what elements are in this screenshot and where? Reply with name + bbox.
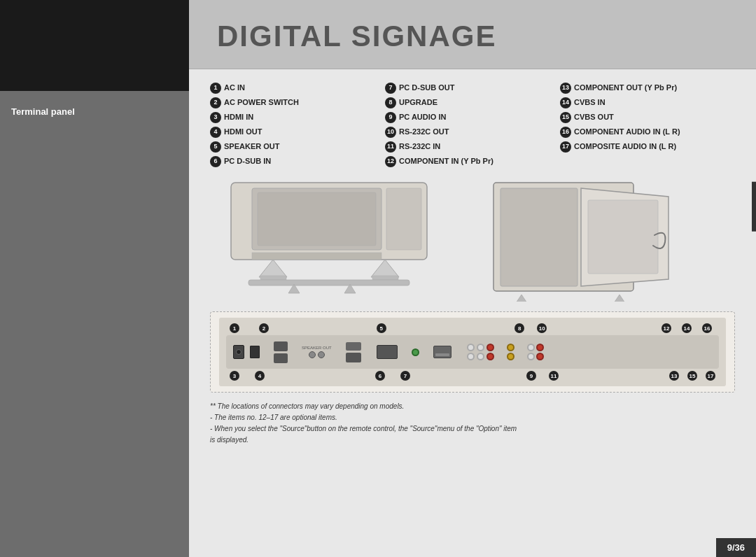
spec-15: 15 CVBS OUT (560, 111, 735, 123)
spec-2: 2 AC POWER SWITCH (210, 97, 385, 108)
spec-num-7: 7 (385, 83, 396, 94)
top-num-10: 10 (537, 323, 547, 333)
spec-label-9: PC AUDIO IN (399, 111, 446, 123)
svg-rect-2 (258, 192, 376, 246)
specs-grid: 1 AC IN 2 AC POWER SWITCH 3 HDMI IN 4 HD… (210, 82, 735, 167)
svg-marker-17 (614, 295, 625, 302)
spec-label-16: COMPONENT AUDIO IN (L R) (574, 126, 680, 138)
footnotes: ** The locations of connectors may vary … (210, 401, 735, 446)
spec-12: 12 COMPONENT IN (Y Pb Pr) (385, 155, 560, 167)
bot-num-4: 4 (255, 371, 265, 381)
spec-num-2: 2 (210, 97, 221, 108)
spec-num-16: 16 (560, 127, 571, 138)
spec-17: 17 COMPOSITE AUDIO IN (L R) (560, 141, 735, 153)
bot-num-11: 11 (549, 371, 559, 381)
spec-label-4: HDMI OUT (224, 126, 262, 138)
spec-label-6: PC D-SUB IN (224, 155, 271, 167)
header: DIGITAL SIGNAGE (189, 0, 756, 69)
spec-6: 6 PC D-SUB IN (210, 155, 385, 167)
spec-1: 1 AC IN (210, 82, 385, 94)
spec-label-10: RS-232C OUT (399, 126, 449, 138)
footnote-4: is displayed. (210, 435, 735, 446)
terminal-panel-diagram: 1 2 5 8 10 12 14 16 (210, 311, 735, 393)
bot-num-6: 6 (375, 371, 385, 381)
spec-num-5: 5 (210, 141, 221, 153)
top-num-5: 5 (377, 323, 386, 333)
top-num-1: 1 (230, 323, 239, 333)
top-num-2: 2 (259, 323, 269, 333)
sidebar-bottom: Terminal panel (0, 91, 189, 557)
footnote-2: - The items no. 12–17 are optional items… (210, 412, 735, 423)
bot-num-9: 9 (526, 371, 536, 381)
spec-num-1: 1 (210, 83, 221, 94)
spec-4: 4 HDMI OUT (210, 126, 385, 138)
svg-rect-8 (372, 276, 398, 280)
sidebar-top (0, 0, 189, 91)
bot-num-7: 7 (400, 371, 410, 381)
svg-marker-16 (516, 295, 527, 302)
spec-label-15: CVBS OUT (574, 111, 614, 123)
spec-8: 8 UPGRADE (385, 97, 560, 108)
specs-col-2: 7 PC D-SUB OUT 8 UPGRADE 9 PC AUDIO IN 1… (385, 82, 560, 167)
svg-rect-4 (252, 253, 382, 260)
footnote-1: ** The locations of connectors may vary … (210, 401, 735, 412)
svg-marker-5 (259, 260, 287, 277)
section-title: Terminal panel (11, 106, 75, 117)
spec-label-11: RS-232C IN (399, 141, 440, 153)
spec-11: 11 RS-232C IN (385, 141, 560, 153)
spec-9: 9 PC AUDIO IN (385, 111, 560, 123)
spec-label-8: UPGRADE (399, 97, 438, 108)
spec-num-9: 9 (385, 112, 396, 123)
spec-label-14: CVBS IN (574, 97, 606, 108)
spec-13: 13 COMPONENT OUT (Y Pb Pr) (560, 82, 735, 94)
monitor-back-diagram (210, 176, 465, 304)
spec-num-11: 11 (385, 141, 396, 153)
spec-label-13: COMPONENT OUT (Y Pb Pr) (574, 82, 677, 94)
bot-num-15: 15 (687, 371, 697, 381)
spec-label-2: AC POWER SWITCH (224, 97, 299, 108)
spec-num-6: 6 (210, 156, 221, 167)
main-content: DIGITAL SIGNAGE 1 AC IN 2 AC POWER SWITC… (189, 0, 756, 557)
sidebar: Terminal panel (0, 0, 189, 557)
svg-rect-15 (588, 200, 658, 274)
top-num-16: 16 (702, 323, 712, 333)
spec-num-12: 12 (385, 156, 396, 167)
spec-5: 5 SPEAKER OUT (210, 141, 385, 153)
svg-rect-6 (260, 276, 286, 280)
top-num-8: 8 (514, 323, 524, 333)
spec-num-15: 15 (560, 112, 571, 123)
bot-num-13: 13 (669, 371, 679, 381)
spec-num-4: 4 (210, 127, 221, 138)
spec-label-1: AC IN (224, 82, 245, 94)
spec-label-12: COMPONENT IN (Y Pb Pr) (399, 155, 493, 167)
spec-num-10: 10 (385, 127, 396, 138)
spec-label-5: SPEAKER OUT (224, 141, 279, 153)
spec-7: 7 PC D-SUB OUT (385, 82, 560, 94)
open-panel-diagram (479, 176, 735, 304)
spec-num-14: 14 (560, 97, 571, 108)
svg-rect-9 (248, 280, 410, 285)
spec-3: 3 HDMI IN (210, 111, 385, 123)
top-num-12: 12 (662, 323, 671, 333)
spec-14: 14 CVBS IN (560, 97, 735, 108)
spec-label-7: PC D-SUB OUT (399, 82, 454, 94)
spec-num-17: 17 (560, 141, 571, 153)
page-title: DIGITAL SIGNAGE (217, 20, 728, 53)
spec-num-13: 13 (560, 83, 571, 94)
diagrams-area (210, 176, 735, 304)
language-tab: English (752, 182, 756, 232)
specs-col-3: 13 COMPONENT OUT (Y Pb Pr) 14 CVBS IN 15… (560, 82, 735, 167)
svg-marker-7 (371, 260, 399, 277)
spec-16: 16 COMPONENT AUDIO IN (L R) (560, 126, 735, 138)
page-number: 9/36 (716, 538, 756, 557)
terminal-inner: 1 2 5 8 10 12 14 16 (219, 318, 726, 386)
bot-num-3: 3 (230, 371, 239, 381)
content-area: 1 AC IN 2 AC POWER SWITCH 3 HDMI IN 4 HD… (189, 69, 756, 557)
spec-label-3: HDMI IN (224, 111, 253, 123)
specs-col-1: 1 AC IN 2 AC POWER SWITCH 3 HDMI IN 4 HD… (210, 82, 385, 167)
top-num-14: 14 (682, 323, 692, 333)
footnote-3: - When you select the "Source"button on … (210, 423, 735, 435)
bot-num-17: 17 (706, 371, 715, 381)
spec-num-3: 3 (210, 112, 221, 123)
svg-rect-3 (386, 188, 421, 250)
